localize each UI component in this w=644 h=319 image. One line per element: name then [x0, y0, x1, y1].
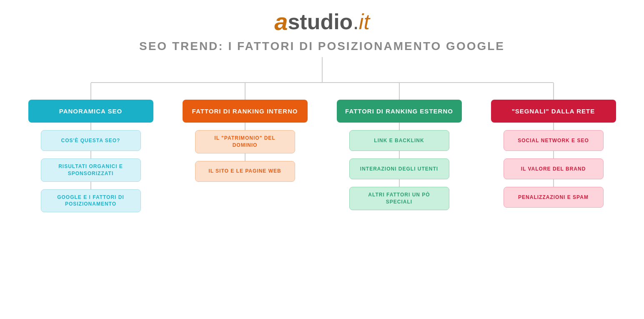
children-ranking-interno: IL "PATRIMONIO" DEL DOMINIO IL SITO E LE… — [195, 123, 295, 182]
child-4-1[interactable]: SOCIAL NETWORK E SEO — [504, 130, 604, 151]
column-ranking-interno: FATTORI DI RANKING INTERNO IL "PATRIMONI… — [168, 83, 322, 212]
connector — [90, 182, 91, 189]
child-4-2[interactable]: IL VALORE DEL BRAND — [504, 158, 604, 179]
logo: a studio . it — [274, 8, 370, 35]
child-1-1[interactable]: COS'È QUESTA SEO? — [41, 130, 141, 151]
col-line-top-1 — [90, 83, 91, 100]
child-4-3[interactable]: PENALIZZAZIONI E SPAM — [504, 187, 604, 208]
column-segnali: "SEGNALI" DALLA RETE SOCIAL NETWORK E SE… — [476, 83, 631, 212]
column-ranking-esterno: FATTORI DI RANKING ESTERNO LINK E BACKLI… — [322, 83, 476, 212]
connector — [90, 151, 91, 158]
logo-dot: . — [353, 9, 358, 34]
children-ranking-esterno: LINK E BACKLINK INTERAZIONI DEGLI UTENTI… — [349, 123, 449, 210]
header-panoramica[interactable]: PANORAMICA SEO — [28, 100, 153, 123]
h-bar — [91, 82, 554, 83]
connector — [553, 151, 554, 158]
columns-area: PANORAMICA SEO COS'È QUESTA SEO? RISULTA… — [14, 83, 631, 212]
col-line-top-2 — [245, 83, 246, 100]
page: a studio . it SEO TREND: I FATTORI DI PO… — [0, 0, 644, 319]
children-panoramica: COS'È QUESTA SEO? RISULTATI ORGANICI E S… — [41, 123, 141, 212]
connector — [553, 123, 554, 130]
connector — [553, 179, 554, 187]
root-line — [322, 57, 323, 82]
connector — [245, 123, 246, 130]
children-segnali: SOCIAL NETWORK E SEO IL VALORE DEL BRAND… — [504, 123, 604, 208]
h-bar-wrapper — [14, 82, 631, 83]
connector — [399, 179, 400, 187]
logo-studio: studio — [288, 9, 353, 34]
child-1-3[interactable]: GOOGLE E I FATTORI DI POSIZIONAMENTO — [41, 189, 141, 213]
connector — [399, 123, 400, 130]
connector — [245, 153, 246, 161]
logo-it: it — [359, 9, 370, 34]
col-line-top-3 — [399, 83, 400, 100]
child-3-3[interactable]: ALTRI FATTORI UN PÒ SPECIALI — [349, 187, 449, 210]
column-panoramica: PANORAMICA SEO COS'È QUESTA SEO? RISULTA… — [14, 83, 168, 212]
connector — [90, 123, 91, 130]
header-ranking-interno[interactable]: FATTORI DI RANKING INTERNO — [183, 100, 308, 123]
child-3-1[interactable]: LINK E BACKLINK — [349, 130, 449, 151]
main-title: SEO TREND: I FATTORI DI POSIZIONAMENTO G… — [139, 40, 505, 53]
header-segnali[interactable]: "SEGNALI" DALLA RETE — [491, 100, 616, 123]
connector — [399, 151, 400, 158]
logo-a: a — [274, 8, 288, 35]
child-2-2[interactable]: IL SITO E LE PAGINE WEB — [195, 161, 295, 182]
child-2-1[interactable]: IL "PATRIMONIO" DEL DOMINIO — [195, 130, 295, 153]
col-line-top-4 — [553, 83, 554, 100]
header-ranking-esterno[interactable]: FATTORI DI RANKING ESTERNO — [337, 100, 462, 123]
child-3-2[interactable]: INTERAZIONI DEGLI UTENTI — [349, 158, 449, 179]
child-1-2[interactable]: RISULTATI ORGANICI E SPONSORIZZATI — [41, 158, 141, 182]
